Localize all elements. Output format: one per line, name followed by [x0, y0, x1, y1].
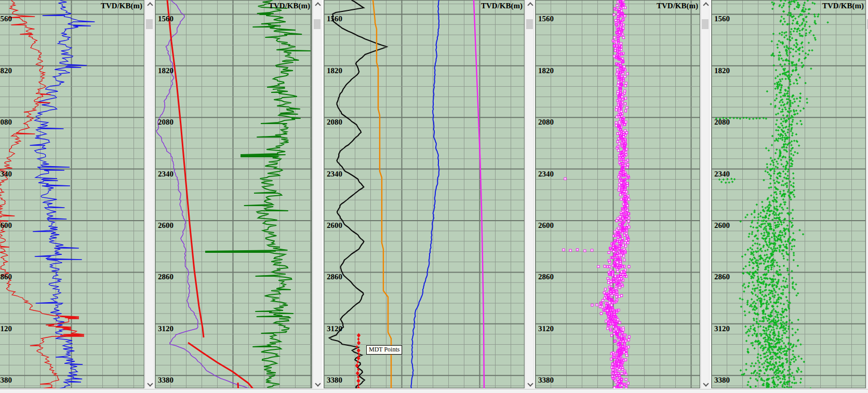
track-2-vertical-scrollbar[interactable] — [313, 0, 322, 388]
depth-tick-label: 2080 — [327, 118, 342, 127]
depth-tick-label: 2340 — [327, 170, 342, 179]
track-2-plot-area[interactable]: 15601820208023402600286031203380 TVD/KB(… — [155, 0, 312, 388]
scroll-down-button[interactable] — [145, 380, 154, 388]
depth-tick-label: 2340 — [158, 170, 173, 179]
depth-tick-label: 3120 — [538, 324, 554, 333]
chevron-down-icon — [527, 381, 533, 386]
track-5-vertical-scrollbar[interactable] — [866, 0, 868, 388]
depth-tick-label: 1560 — [538, 15, 554, 23]
track-5-plot-area[interactable]: 15601820208023402600286031203380 TVD/KB(… — [711, 0, 866, 388]
depth-axis-header: TVD/KB(m) — [657, 2, 698, 10]
depth-tick-label: 1820 — [0, 66, 12, 75]
scroll-down-button[interactable] — [313, 380, 322, 388]
depth-tick-label: 3380 — [538, 376, 554, 385]
depth-tick-label: 1820 — [538, 66, 554, 75]
chevron-up-icon — [147, 2, 153, 8]
depth-tick-label: 3380 — [714, 376, 730, 385]
scroll-up-button[interactable] — [145, 0, 154, 8]
scroll-up-button[interactable] — [701, 0, 710, 8]
depth-tick-label: 1560 — [714, 15, 730, 23]
track-4-plot-area[interactable]: 15601820208023402600286031203380 TVD/KB(… — [535, 0, 700, 388]
depth-tick-label: 3380 — [327, 376, 342, 385]
depth-tick-label: 1820 — [327, 66, 342, 75]
log-track-3: 15601820208023402600286031203380 TVD/KB(… — [324, 0, 534, 388]
depth-tick-label: 1560 — [327, 15, 342, 23]
depth-tick-label: 3120 — [327, 324, 342, 333]
depth-tick-label: 1560 — [158, 15, 173, 23]
scroll-up-button[interactable] — [526, 0, 535, 8]
scroll-thumb[interactable] — [702, 19, 709, 29]
depth-tick-label: 2600 — [327, 221, 342, 230]
depth-tick-label: 2340 — [0, 170, 12, 179]
log-track-1: 15601820208023402600286031203380 TVD/KB(… — [0, 0, 154, 388]
depth-tick-label: 3120 — [158, 324, 173, 333]
depth-tick-label: 2860 — [538, 273, 554, 281]
depth-tick-label: 2600 — [714, 221, 730, 230]
depth-tick-label: 3120 — [0, 324, 12, 333]
scroll-thumb[interactable] — [526, 19, 533, 29]
depth-tick-label: 2340 — [714, 170, 730, 179]
scroll-up-button[interactable] — [313, 0, 322, 8]
depth-tick-label: 2080 — [714, 118, 730, 127]
depth-tick-label: 2860 — [0, 273, 12, 281]
depth-tick-label: 2600 — [538, 221, 554, 230]
depth-tick-label: 1820 — [158, 66, 173, 75]
track-4-vertical-scrollbar[interactable] — [701, 0, 710, 388]
depth-tick-label: 3380 — [0, 376, 12, 385]
log-track-5: 15601820208023402600286031203380 TVD/KB(… — [711, 0, 868, 388]
depth-tick-label: 2080 — [0, 118, 12, 127]
depth-axis-header: TVD/KB(m) — [269, 2, 310, 10]
well-log-viewer: 15601820208023402600286031203380 TVD/KB(… — [0, 0, 868, 393]
track-1-vertical-scrollbar[interactable] — [145, 0, 154, 388]
chevron-up-icon — [527, 2, 533, 8]
track-1-plot-area[interactable]: 15601820208023402600286031203380 TVD/KB(… — [0, 0, 144, 388]
depth-tick-label: 2860 — [327, 273, 342, 281]
scroll-down-button[interactable] — [701, 380, 710, 388]
chevron-up-icon — [703, 2, 709, 8]
depth-tick-label: 1820 — [714, 66, 730, 75]
chevron-up-icon — [315, 2, 321, 8]
horizontal-scroll-strip[interactable] — [0, 389, 868, 393]
depth-tick-label: 2600 — [158, 221, 173, 230]
chevron-down-icon — [315, 381, 321, 386]
mdt-points-label: MDT Points — [366, 345, 402, 355]
depth-tick-label: 2080 — [158, 118, 173, 127]
depth-tick-label: 2080 — [538, 118, 554, 127]
scroll-down-button[interactable] — [526, 380, 535, 388]
depth-tick-label: 2600 — [0, 221, 12, 230]
chevron-down-icon — [147, 381, 153, 386]
depth-tick-label: 3380 — [158, 376, 173, 385]
depth-tick-label: 2860 — [158, 273, 173, 281]
depth-tick-label: 2860 — [714, 273, 730, 281]
log-track-4: 15601820208023402600286031203380 TVD/KB(… — [535, 0, 710, 388]
log-track-2: 15601820208023402600286031203380 TVD/KB(… — [155, 0, 322, 388]
depth-tick-label: 1560 — [0, 15, 12, 23]
depth-tick-label: 3120 — [714, 324, 730, 333]
depth-tick-label: 2340 — [538, 170, 554, 179]
depth-axis-header: TVD/KB(m) — [481, 2, 523, 10]
depth-axis-header: TVD/KB(m) — [822, 2, 864, 10]
depth-axis-header: TVD/KB(m) — [101, 2, 142, 10]
chevron-down-icon — [703, 381, 709, 386]
scroll-thumb[interactable] — [146, 19, 153, 29]
track-3-plot-area[interactable]: 15601820208023402600286031203380 TVD/KB(… — [324, 0, 525, 388]
scroll-thumb[interactable] — [314, 19, 321, 29]
track-3-vertical-scrollbar[interactable] — [525, 0, 534, 388]
